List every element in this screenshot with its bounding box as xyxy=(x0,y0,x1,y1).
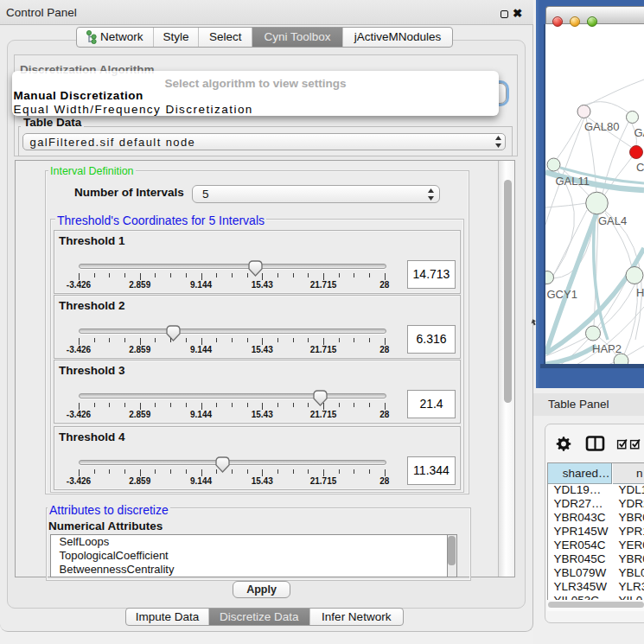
svg-text:GCY1: GCY1 xyxy=(547,288,577,301)
svg-text:GAL11: GAL11 xyxy=(556,175,590,188)
svg-text:HAP2: HAP2 xyxy=(592,342,622,355)
svg-text:GAL80: GAL80 xyxy=(584,120,619,133)
svg-text:GA: GA xyxy=(634,126,644,139)
svg-text:H: H xyxy=(636,286,644,299)
svg-text:GAL4: GAL4 xyxy=(598,214,627,227)
svg-text:C: C xyxy=(636,161,644,174)
